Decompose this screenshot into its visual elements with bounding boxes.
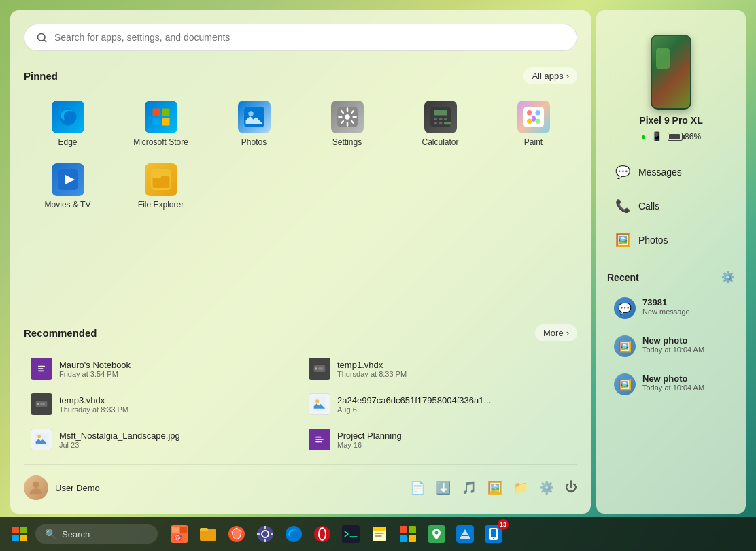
taskbar-start-button[interactable] — [7, 521, 33, 547]
windows-logo-icon — [12, 527, 27, 541]
pinned-app-paint[interactable]: Paint — [489, 95, 577, 152]
music-icon[interactable]: 🎵 — [462, 480, 477, 495]
rec-notebook-info: Mauro's Notebook Friday at 3:54 PM — [59, 360, 292, 378]
phone-card: Pixel 9 Pro XL ● 📱 86% — [607, 24, 735, 152]
phone-art-frog — [656, 48, 670, 69]
pinned-app-edge[interactable]: Edge — [24, 95, 111, 152]
taskbar-app-notepad[interactable] — [366, 520, 393, 548]
folders-icon[interactable]: 📁 — [513, 480, 528, 495]
movies-app-icon — [52, 163, 84, 196]
taskbar-app-file-explorer[interactable] — [194, 520, 222, 548]
taskbar-app-arc[interactable] — [252, 520, 279, 548]
user-avatar[interactable] — [24, 475, 48, 500]
taskbar-search-bar[interactable]: 🔍 Search — [35, 524, 158, 544]
pinned-apps-grid: Edge Microsoft Store Photos — [24, 95, 577, 216]
calls-icon: 📞 — [615, 199, 630, 214]
svg-point-38 — [315, 399, 319, 403]
svg-rect-36 — [40, 403, 45, 405]
start-menu-left-panel: Pinned All apps › Edge Microsoft Store — [10, 10, 591, 514]
taskbar-app-travel[interactable] — [451, 520, 479, 548]
phone-name: Pixel 9 Pro XL — [639, 115, 702, 126]
pinned-app-store[interactable]: Microsoft Store — [117, 95, 205, 152]
power-icon[interactable]: ⏻ — [565, 480, 577, 495]
svg-point-69 — [493, 538, 494, 539]
store-app-label: Microsoft Store — [133, 137, 188, 147]
svg-rect-12 — [439, 118, 442, 120]
svg-rect-33 — [318, 367, 323, 369]
start-search-input[interactable] — [54, 32, 566, 43]
pinned-app-movies[interactable]: Movies & TV — [24, 158, 111, 215]
rec-img1-date: Aug 6 — [337, 405, 570, 414]
pinned-app-settings[interactable]: Settings — [303, 95, 391, 152]
rec-item-vhd3[interactable]: temp3.vhdx Thursday at 8:33 PM — [24, 388, 299, 420]
battery-indicator: 86% — [668, 132, 701, 141]
rec-vhd1-name: temp1.vhdx — [337, 360, 570, 370]
rec-vhd3-info: temp3.vhdx Thursday at 8:33 PM — [59, 395, 292, 414]
rec-notebook-name: Mauro's Notebook — [59, 360, 292, 370]
start-menu: Pinned All apps › Edge Microsoft Store — [10, 10, 746, 514]
svg-rect-37 — [313, 397, 326, 411]
photos-app-icon — [238, 101, 271, 133]
taskbar-app-maps[interactable] — [423, 520, 450, 548]
rec-vhd3-date: Thursday at 8:33 PM — [59, 405, 292, 414]
taskbar-app-photos-viewer[interactable]: 🎯 — [166, 520, 193, 548]
recent-item-photo2[interactable]: 🖼️ New photo Today at 10:04 AM — [607, 368, 735, 401]
taskbar-app-terminal[interactable] — [337, 520, 364, 548]
user-name-label: User Demo — [55, 483, 403, 493]
rec-item-vhd1[interactable]: temp1.vhdx Thursday at 8:33 PM — [302, 352, 577, 385]
rec-item-img1[interactable]: 2a24e997ca6dc651f17958004f336a1... Aug 6 — [302, 388, 577, 420]
phone-status-bar: ● 📱 86% — [641, 131, 701, 141]
calculator-app-icon — [424, 101, 457, 133]
search-icon — [35, 31, 48, 44]
taskbar: 🔍 Search 🎯 — [0, 517, 756, 551]
bluetooth-icon: 📱 — [651, 131, 662, 141]
explorer-app-icon — [145, 163, 177, 196]
taskbar-app-phone-link[interactable]: 13 — [480, 520, 507, 548]
paint-app-icon — [517, 101, 550, 133]
photos-bottom-icon[interactable]: 🖼️ — [487, 480, 502, 495]
pinned-app-calculator[interactable]: Calculator — [396, 95, 484, 152]
recent-item-message[interactable]: 💬 73981 New message — [607, 292, 735, 324]
pinned-app-photos[interactable]: Photos — [210, 95, 298, 152]
svg-rect-45 — [180, 527, 187, 533]
rec-item-notebook[interactable]: Mauro's Notebook Friday at 3:54 PM — [24, 352, 299, 385]
recent-photo1-sub: Today at 10:04 AM — [642, 346, 728, 354]
svg-rect-29 — [38, 368, 44, 369]
taskbar-app-brave[interactable] — [223, 520, 250, 548]
recent-message-sub: New message — [642, 307, 728, 316]
start-search-bar[interactable] — [24, 24, 577, 51]
messages-action[interactable]: 💬 Messages — [607, 158, 735, 186]
documents-icon[interactable]: 📄 — [410, 480, 425, 495]
recent-settings-button[interactable]: ⚙️ — [721, 271, 735, 284]
svg-point-0 — [65, 116, 74, 122]
photos-action[interactable]: 🖼️ Photos — [607, 226, 735, 254]
taskbar-app-ms-store[interactable] — [394, 520, 422, 548]
rec-msft-info: Msft_Nostalgia_Landscape.jpg Jul 23 — [59, 431, 292, 449]
phone-link-badge: 13 — [498, 519, 509, 530]
svg-rect-16 — [444, 122, 451, 125]
rec-item-msft[interactable]: Msft_Nostalgia_Landscape.jpg Jul 23 — [24, 423, 299, 456]
taskbar-search-icon: 🔍 — [45, 529, 56, 539]
svg-rect-59 — [400, 526, 407, 533]
taskbar-app-edge-tb[interactable] — [280, 520, 307, 548]
more-button[interactable]: More › — [535, 324, 577, 341]
img1-rec-icon — [309, 393, 330, 415]
vhd3-rec-icon — [31, 393, 52, 415]
rec-msft-date: Jul 23 — [59, 441, 292, 449]
settings-bottom-icon[interactable]: ⚙️ — [539, 480, 554, 495]
svg-rect-58 — [373, 527, 386, 531]
all-apps-button[interactable]: All apps › — [523, 67, 577, 84]
recent-message-name: 73981 — [642, 297, 728, 307]
recent-item-photo1[interactable]: 🖼️ New photo Today at 10:04 AM — [607, 330, 735, 363]
svg-rect-11 — [434, 118, 437, 120]
calls-action[interactable]: 📞 Calls — [607, 192, 735, 220]
downloads-icon[interactable]: ⬇️ — [436, 480, 451, 495]
rec-item-project[interactable]: Project Planning May 16 — [302, 423, 577, 456]
svg-text:🎯: 🎯 — [173, 533, 182, 542]
recent-section-header: Recent ⚙️ — [607, 265, 735, 286]
svg-point-6 — [248, 111, 254, 116]
msft-rec-icon — [31, 429, 52, 450]
pinned-app-explorer[interactable]: File Explorer — [117, 158, 205, 215]
taskbar-app-opera[interactable] — [309, 520, 336, 548]
project-rec-icon — [309, 429, 330, 450]
